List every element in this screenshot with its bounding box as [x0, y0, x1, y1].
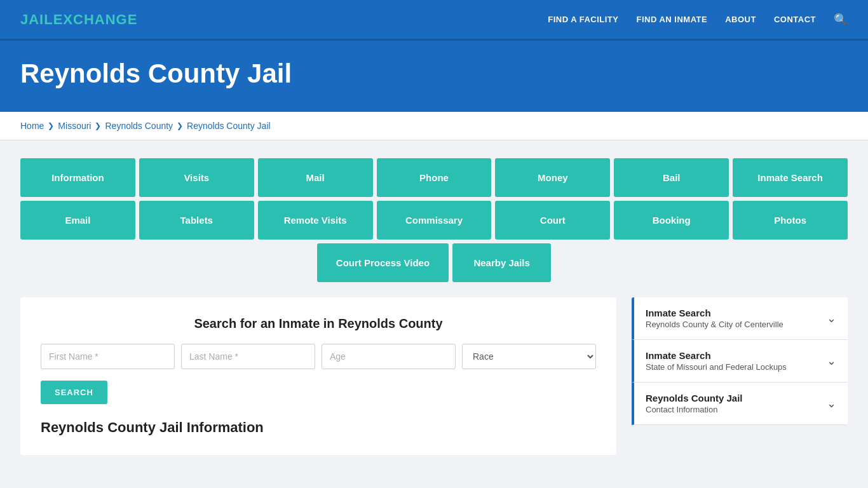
sidebar-item-contact-info[interactable]: Reynolds County Jail Contact Information… [632, 383, 848, 425]
btn-mail[interactable]: Mail [258, 158, 373, 197]
chevron-down-icon-2: ⌄ [827, 354, 836, 368]
btn-email[interactable]: Email [20, 201, 135, 240]
logo-exchange: EXCHANGE [53, 11, 138, 27]
chevron-down-icon-1: ⌄ [827, 311, 836, 325]
info-section-title: Reynolds County Jail Information [41, 419, 596, 436]
logo-jail: JAIL [20, 11, 53, 27]
breadcrumb-missouri[interactable]: Missouri [58, 121, 91, 131]
chevron-down-icon-3: ⌄ [827, 396, 836, 410]
btn-nearby-jails[interactable]: Nearby Jails [452, 243, 551, 282]
btn-visits[interactable]: Visits [139, 158, 254, 197]
navbar: JAILEXCHANGE FIND A FACILITY FIND AN INM… [0, 0, 868, 41]
btn-court[interactable]: Court [495, 201, 610, 240]
sidebar-subtitle-3: Contact Information [646, 405, 743, 414]
breadcrumb-home[interactable]: Home [20, 121, 44, 131]
sidebar-title-1: Inmate Search [646, 308, 783, 318]
button-row-1: Information Visits Mail Phone Money Bail… [20, 158, 848, 197]
btn-inmate-search[interactable]: Inmate Search [733, 158, 848, 197]
sidebar-title-2: Inmate Search [646, 350, 787, 361]
sidebar-item-inmate-search-1[interactable]: Inmate Search Reynolds County & City of … [632, 297, 848, 340]
button-row-2: Email Tablets Remote Visits Commissary C… [20, 201, 848, 240]
sidebar: Inmate Search Reynolds County & City of … [632, 297, 848, 425]
btn-booking[interactable]: Booking [614, 201, 729, 240]
btn-money[interactable]: Money [495, 158, 610, 197]
nav-contact[interactable]: CONTACT [774, 15, 816, 24]
breadcrumb-sep-1: ❯ [48, 121, 54, 130]
breadcrumb: Home ❯ Missouri ❯ Reynolds County ❯ Reyn… [20, 121, 848, 131]
btn-remote-visits[interactable]: Remote Visits [258, 201, 373, 240]
btn-commissary[interactable]: Commissary [377, 201, 492, 240]
sidebar-item-inmate-search-2[interactable]: Inmate Search State of Missouri and Fede… [632, 340, 848, 383]
race-select[interactable]: Race White Black Hispanic Asian Other [462, 344, 596, 369]
sidebar-subtitle-2: State of Missouri and Federal Lockups [646, 362, 787, 372]
search-heading: Search for an Inmate in Reynolds County [41, 316, 596, 331]
breadcrumb-reynolds-county[interactable]: Reynolds County [105, 121, 173, 131]
age-input[interactable] [322, 344, 456, 369]
logo[interactable]: JAILEXCHANGE [20, 11, 137, 28]
search-panel: Search for an Inmate in Reynolds County … [20, 297, 616, 455]
breadcrumb-sep-3: ❯ [177, 121, 183, 130]
btn-bail[interactable]: Bail [614, 158, 729, 197]
search-icon[interactable]: 🔍 [834, 13, 848, 27]
nav-find-facility[interactable]: FIND A FACILITY [548, 15, 618, 24]
nav-find-inmate[interactable]: FIND AN INMATE [636, 15, 707, 24]
search-button[interactable]: SEARCH [41, 381, 107, 404]
page-title: Reynolds County Jail [20, 58, 848, 89]
btn-photos[interactable]: Photos [733, 201, 848, 240]
button-row-3: Court Process Video Nearby Jails [20, 243, 848, 282]
search-fields: Race White Black Hispanic Asian Other [41, 344, 596, 369]
btn-court-process-video[interactable]: Court Process Video [317, 243, 449, 282]
breadcrumb-bar: Home ❯ Missouri ❯ Reynolds County ❯ Reyn… [0, 112, 868, 140]
hero-section: Reynolds County Jail [0, 41, 868, 112]
btn-tablets[interactable]: Tablets [139, 201, 254, 240]
first-name-input[interactable] [41, 344, 175, 369]
btn-phone[interactable]: Phone [377, 158, 492, 197]
sidebar-subtitle-1: Reynolds County & City of Centerville [646, 320, 783, 329]
btn-information[interactable]: Information [20, 158, 135, 197]
breadcrumb-sep-2: ❯ [95, 121, 101, 130]
bottom-section: Search for an Inmate in Reynolds County … [20, 297, 848, 455]
nav-about[interactable]: ABOUT [725, 15, 756, 24]
breadcrumb-current: Reynolds County Jail [187, 121, 271, 131]
main-content: Information Visits Mail Phone Money Bail… [0, 140, 868, 473]
sidebar-title-3: Reynolds County Jail [646, 393, 743, 403]
last-name-input[interactable] [181, 344, 315, 369]
nav-links: FIND A FACILITY FIND AN INMATE ABOUT CON… [548, 13, 848, 27]
